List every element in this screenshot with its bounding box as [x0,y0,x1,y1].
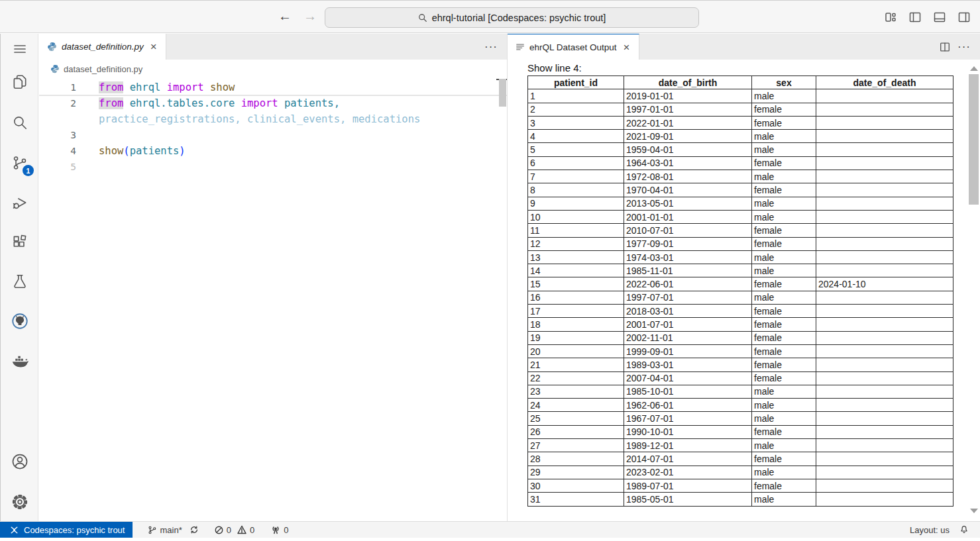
table-cell: 2007-04-01 [624,371,752,385]
table-cell [816,143,953,156]
table-cell: 1985-05-01 [624,493,752,506]
table-cell: 10 [528,210,624,223]
breadcrumb[interactable]: dataset_definition.py [39,60,507,78]
branch-status[interactable]: main* [144,524,201,535]
code-line[interactable]: 1from ehrql import show [39,79,507,95]
code-token: ( [123,145,129,157]
code-line[interactable]: 2from ehrql.tables.core import patients, [39,95,507,111]
table-cell: 28 [528,452,624,466]
table-row: 112010-07-01female [528,224,953,237]
table-cell: 2002-11-01 [624,331,752,344]
table-cell: 2 [528,103,624,116]
split-editor-icon[interactable] [939,41,951,53]
table-cell: 1977-09-01 [624,237,752,250]
table-cell [816,358,953,371]
table-cell: 1985-10-01 [624,385,752,398]
table-cell: female [752,156,816,170]
window-title: ehrql-tutorial [Codespaces: psychic trou… [432,13,606,23]
scroll-up-arrow-icon[interactable] [970,66,978,71]
table-row: 211989-03-01female [528,358,953,371]
table-cell: 20 [528,344,624,358]
table-cell [816,425,953,438]
table-cell: male [752,412,816,425]
tab-dataset-definition[interactable]: dataset_definition.py × [39,34,166,60]
scroll-down-arrow-icon[interactable] [970,509,978,513]
table-cell: 24 [528,399,624,412]
extensions-icon[interactable] [10,232,30,252]
toggle-panel-icon[interactable] [932,9,948,25]
table-cell [816,224,953,237]
table-cell [816,305,953,318]
problems-status[interactable]: 0 0 [211,524,257,535]
search-view-icon[interactable] [10,113,30,132]
tab-ehrql-dataset-output[interactable]: ehrQL Dataset Output × [508,34,639,60]
table-cell [816,183,953,197]
editor-scrollbar[interactable] [499,79,506,107]
code-editor[interactable]: 1from ehrql import show2from ehrql.table… [39,78,507,521]
code-line[interactable]: 5 [39,159,507,175]
table-header-row: patient_iddate_of_birthsexdate_of_death [528,76,953,89]
table-row: 241962-06-01male [528,399,953,412]
table-cell: 1997-07-01 [624,291,752,304]
code-line[interactable]: 3 [39,127,507,143]
github-icon[interactable] [10,311,30,331]
table-cell: 26 [528,425,624,438]
table-cell: 8 [528,183,624,197]
history-back-icon[interactable]: ← [278,9,292,24]
table-row: 42021-09-01male [528,130,953,143]
code-line[interactable]: 4show(patients) [39,143,507,159]
tab-close-icon[interactable]: × [148,40,159,53]
menu-icon[interactable] [10,39,30,59]
code-token [160,81,166,93]
history-forward-icon[interactable]: → [303,9,317,24]
code-token [123,81,129,93]
toggle-primary-sidebar-icon[interactable] [907,9,923,25]
code-token [204,81,210,93]
remote-indicator[interactable]: Codespaces: psychic trout [0,522,133,538]
docker-icon[interactable] [10,351,30,371]
notifications-bell-icon[interactable] [959,524,969,535]
code-token: patients, [284,97,340,109]
code-line[interactable]: practice_registrations, clinical_events,… [39,111,507,127]
table-cell: female [752,277,816,291]
testing-icon[interactable] [10,271,30,291]
table-cell: 2001-01-01 [624,210,752,223]
table-cell: male [752,493,816,506]
table-cell: 2001-07-01 [624,318,752,331]
table-cell [816,130,953,143]
table-row: 121977-09-01female [528,237,953,250]
table-row: 222007-04-01female [528,371,953,385]
tab-close-icon[interactable]: × [622,41,632,54]
code-token: import [241,97,278,109]
table-cell: female [752,305,816,318]
source-control-icon[interactable]: 1 [10,153,30,173]
toggle-secondary-sidebar-icon[interactable] [956,9,972,25]
table-cell: male [752,170,816,183]
table-cell: 12 [528,237,624,250]
output-more-actions-icon[interactable]: ··· [957,40,971,54]
table-cell [816,439,953,452]
table-cell [816,250,953,264]
explorer-icon[interactable] [10,72,30,92]
code-token [278,97,284,109]
layout-status[interactable]: Layout: us [910,525,950,535]
table-cell: male [752,89,816,103]
webview-scrollbar[interactable] [969,74,979,205]
command-center-search[interactable]: ehrql-tutorial [Codespaces: psychic trou… [325,7,699,28]
code-token: ehrql [130,81,161,93]
editor-more-actions-icon[interactable]: ··· [484,40,498,54]
ports-status[interactable]: 0 [268,524,291,535]
run-debug-icon[interactable] [10,193,30,213]
table-row: 141985-11-01male [528,264,953,277]
table-cell: 25 [528,412,624,425]
customize-layout-icon[interactable] [883,9,898,25]
table-cell: 23 [528,385,624,398]
table-cell [816,399,953,412]
table-cell: female [752,425,816,438]
settings-gear-icon[interactable] [10,492,30,512]
account-icon[interactable] [10,452,30,471]
table-row: 201999-09-01female [528,344,953,358]
table-row: 182001-07-01female [528,318,953,331]
column-header: sex [752,76,816,89]
warnings-icon [237,524,247,535]
